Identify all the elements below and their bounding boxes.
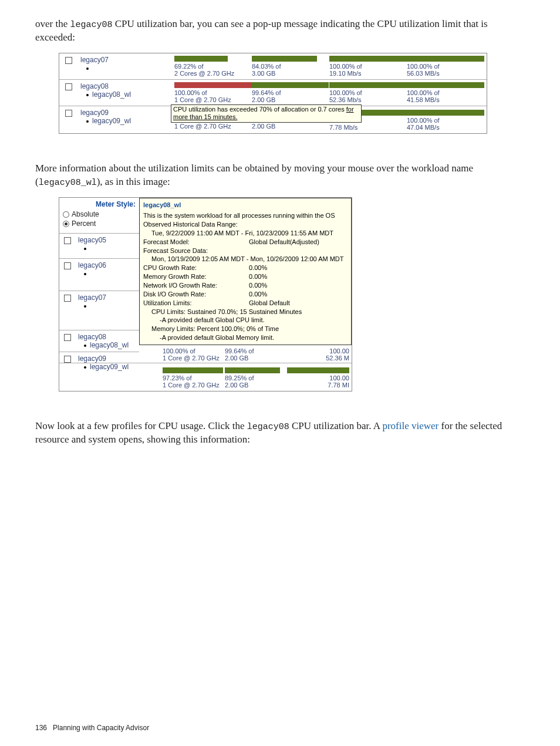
bar-net[interactable] (287, 367, 349, 373)
radio-absolute[interactable]: Absolute (59, 210, 139, 219)
bullet-icon (86, 120, 89, 123)
page-number: 136 (35, 724, 47, 732)
checkbox[interactable] (65, 83, 72, 90)
checkbox[interactable] (64, 334, 71, 341)
t: Utilization Limits: (143, 299, 249, 308)
val: 100.00% of (329, 63, 407, 70)
bar-disk[interactable] (407, 56, 484, 62)
t: Forecast Model: (143, 238, 249, 247)
checkbox[interactable] (64, 237, 71, 244)
val: 7.78 Mb/s (329, 124, 407, 131)
t: 0.00% (249, 264, 267, 272)
val: 1 Core @ 2.70 GHz (174, 96, 252, 103)
bullet-icon (84, 248, 86, 250)
checkbox[interactable] (64, 295, 71, 302)
workload-name[interactable]: legacy08_wl (92, 90, 131, 99)
radio-icon (63, 221, 69, 227)
bullet-icon (84, 273, 86, 275)
val: 2.00 GB (252, 96, 329, 103)
row-legacy06: legacy06 (59, 258, 139, 291)
text: ), as in this image: (97, 176, 170, 187)
code-legacy08-wl: legacy08_wl (39, 178, 97, 188)
system-name[interactable]: legacy07 (78, 293, 137, 302)
system-name[interactable]: legacy05 (78, 236, 137, 244)
code-legacy08: legacy08 (70, 20, 112, 30)
screenshot-2: Meter Style: Absolute Percent legacy05 l… (59, 197, 352, 391)
bullet-icon (86, 94, 89, 96)
t: -A provided default Global CPU limit. (143, 316, 348, 325)
checkbox[interactable] (64, 262, 71, 269)
t: Disk I/O Growth Rate: (143, 290, 249, 299)
val: 7.78 MI (287, 382, 349, 389)
link-profile-viewer[interactable]: profile viewer (382, 420, 438, 431)
t: -A provided default Global Memory limit. (143, 333, 348, 342)
checkbox[interactable] (65, 57, 72, 64)
t: Forecast Source Data: (143, 247, 348, 255)
workload-name[interactable]: legacy09_wl (92, 117, 131, 125)
val: 100.00% of (407, 63, 484, 70)
t: CPU Growth Rate: (143, 264, 249, 272)
val: 41.58 MB/s (407, 96, 484, 103)
val: 1 Core @ 2.70 GHz (163, 355, 225, 362)
bar-mem[interactable] (225, 367, 287, 373)
system-name[interactable]: legacy09 (80, 109, 170, 117)
label: Absolute (72, 210, 99, 218)
row-legacy07: legacy07 69.22% of 2 Cores @ 2.70 GHz 84… (59, 53, 487, 79)
system-name[interactable]: legacy07 (80, 56, 170, 64)
val: 100.00 (287, 347, 349, 355)
cpu-limit-tooltip: CPU utilization has exceeded 70% of allo… (171, 104, 362, 122)
system-name[interactable]: legacy08 (78, 333, 137, 341)
bullet-icon (84, 305, 86, 308)
bar-cpu-exceeded[interactable] (174, 82, 252, 88)
system-name[interactable]: legacy06 (78, 261, 137, 269)
val: 100.00% of (407, 89, 484, 96)
val: 2.00 GB (225, 382, 287, 389)
workload-name[interactable]: legacy08_wl (90, 341, 129, 349)
val: 2.00 GB (225, 355, 287, 362)
checkbox[interactable] (64, 356, 71, 363)
text: CPU utilization bar. A (289, 420, 383, 431)
t: Mon, 10/19/2009 12:05 AM MDT - Mon, 10/2… (143, 255, 348, 264)
val: 1 Core @ 2.70 GHz (174, 123, 252, 130)
tooltip-text: CPU utilization has exceeded 70% of allo… (173, 106, 354, 120)
paragraph-2: More information about the utilization l… (35, 162, 525, 189)
bar-net[interactable] (329, 82, 407, 88)
bar-cpu[interactable] (174, 56, 252, 62)
val: 1 Core @ 2.70 GHz (163, 382, 225, 389)
val: 99.64% of (252, 89, 329, 96)
bar-disk[interactable] (407, 82, 484, 88)
val: 100.00 (287, 374, 349, 382)
system-name[interactable]: legacy09 (78, 355, 137, 363)
val: 89.25% of (225, 374, 287, 382)
bullet-icon (84, 366, 86, 369)
bar-mem[interactable] (252, 82, 329, 88)
t: 0.00% (249, 290, 267, 299)
row-legacy08: legacy08legacy08_wl (59, 330, 139, 352)
row-legacy08: legacy08 legacy08_wl 100.00% of 1 Core @… (59, 79, 487, 106)
bar-mem[interactable] (252, 56, 329, 62)
t: Observed Historical Data Range: (143, 220, 348, 229)
text: Now look at a few profiles for CPU usage… (35, 420, 247, 431)
t: Memory Growth Rate: (143, 272, 249, 281)
val: 100.00% of (407, 117, 484, 124)
val: 52.36 M (287, 355, 349, 362)
t: 0.00% (249, 272, 267, 281)
t: This is the system workload for all proc… (143, 211, 348, 220)
row-legacy09: legacy09 legacy09_wl CPU utilization has… (59, 106, 487, 133)
val: 56.03 MB/s (407, 70, 484, 77)
val: 99.64% of (225, 347, 287, 355)
checkbox[interactable] (65, 110, 72, 117)
t: Global Default(Adjusted) (249, 238, 319, 247)
label: Percent (72, 220, 96, 228)
bar-disk[interactable] (407, 110, 484, 116)
bar-net[interactable] (329, 56, 407, 62)
radio-percent[interactable]: Percent (59, 219, 139, 228)
bullet-icon (86, 67, 89, 70)
bar-cpu[interactable] (163, 367, 225, 373)
val: 2 Cores @ 2.70 GHz (174, 70, 252, 77)
bullet-icon (84, 345, 86, 347)
screenshot-1: legacy07 69.22% of 2 Cores @ 2.70 GHz 84… (59, 53, 487, 134)
val: 84.03% of (252, 63, 329, 70)
paragraph-3: Now look at a few profiles for CPU usage… (35, 420, 525, 447)
system-name[interactable]: legacy08 (80, 82, 170, 90)
